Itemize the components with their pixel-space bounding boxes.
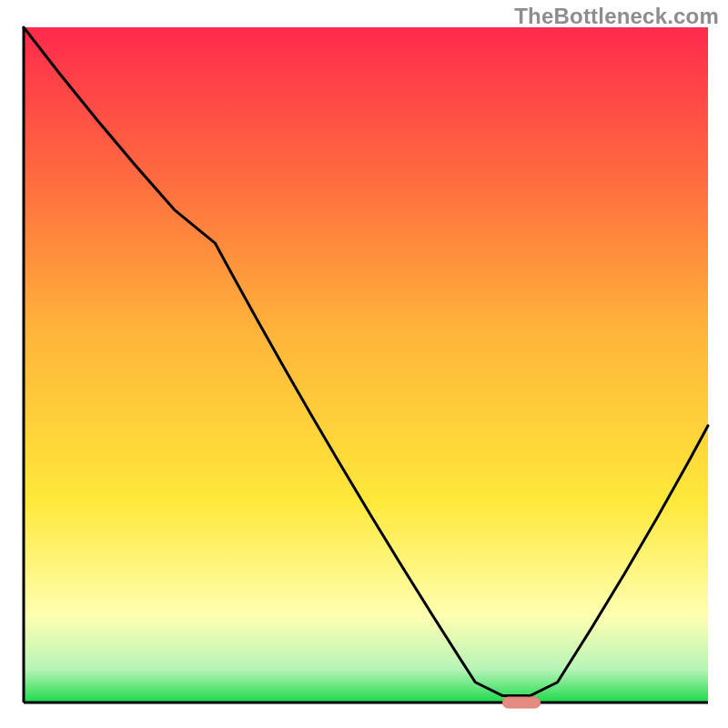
plot-background <box>24 27 708 703</box>
bottleneck-chart <box>0 0 728 728</box>
optimal-range-marker <box>502 697 540 708</box>
chart-canvas: TheBottleneck.com <box>0 0 728 728</box>
watermark-text: TheBottleneck.com <box>514 4 719 29</box>
